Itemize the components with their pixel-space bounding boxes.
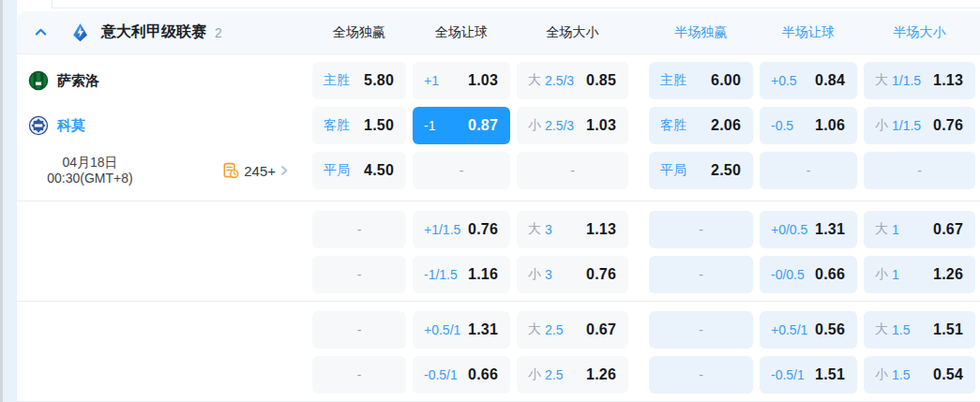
odds-cell[interactable]: 平局2.50 — [649, 152, 753, 189]
match-date: 04月18日 — [28, 155, 152, 171]
odds-label: 小1 — [875, 266, 899, 283]
empty-odds-dash: - — [570, 163, 575, 178]
ou-side-label: 大 — [875, 321, 888, 338]
odds-cell[interactable]: 大31.13 — [517, 211, 628, 248]
odds-value: 1.51 — [815, 366, 845, 383]
odds-group: 萨索洛 主胜5.80+11.03大2.5/30.85主胜6.00+0.50.84… — [17, 54, 980, 201]
scrollbar[interactable] — [0, 0, 3, 402]
odds-value: 0.76 — [933, 117, 963, 134]
odds-cell[interactable]: -0.5/11.51 — [760, 356, 857, 394]
odds-cell: - — [517, 152, 628, 189]
odds-cell[interactable]: +0.50.84 — [760, 62, 857, 99]
odds-label: 平局 — [660, 162, 686, 179]
odds-cell: - — [649, 211, 753, 248]
odds-cell[interactable]: 大10.67 — [864, 211, 975, 248]
match-count: 2 — [215, 25, 222, 40]
col-head-full-handicap: 全场让球 — [413, 11, 510, 53]
col-head-half-handicap[interactable]: 半场让球 — [760, 11, 857, 53]
odds-label: +0.5/1 — [424, 322, 460, 337]
odds-cell[interactable]: 主胜6.00 — [649, 62, 753, 99]
odds-cell[interactable]: +1/1.50.76 — [413, 211, 510, 248]
odds-cell[interactable]: 小1.50.54 — [864, 356, 975, 394]
odds-row: --0.5/10.66小2.51.26--0.5/11.51小1.50.54 — [17, 356, 980, 394]
left-gutter — [0, 0, 17, 402]
odds-cell: - — [312, 311, 406, 349]
odds-value: 0.84 — [815, 72, 845, 89]
odds-cell[interactable]: 小2.51.26 — [517, 356, 628, 394]
odds-cell[interactable]: 主胜5.80 — [312, 62, 406, 99]
odds-value: 0.66 — [815, 266, 845, 283]
empty-odds-dash: - — [357, 367, 362, 382]
odds-cell[interactable]: 小1/1.50.76 — [864, 107, 975, 144]
odds-cell[interactable]: +0.5/10.56 — [760, 311, 857, 349]
away-team-name[interactable]: 科莫 — [57, 117, 85, 135]
odds-label: 大1/1.5 — [875, 72, 921, 89]
odds-cell[interactable]: -0/0.50.66 — [760, 256, 857, 293]
chevron-up-icon[interactable] — [34, 25, 48, 39]
odds-label: -1/1.5 — [424, 267, 458, 282]
odds-value: 1.26 — [933, 266, 963, 283]
ou-side-label: 大 — [528, 72, 541, 89]
match-meta: 04月18日 00:30(GMT+8) 245+ — [17, 152, 312, 189]
empty-odds-dash: - — [357, 322, 362, 337]
odds-value: 1.31 — [815, 221, 845, 238]
odds-cell: - — [649, 311, 753, 349]
odds-cell[interactable]: -1/1.51.16 — [413, 256, 510, 293]
col-head-half-overunder[interactable]: 半场大小 — [864, 11, 975, 53]
col-head-half-win[interactable]: 半场独赢 — [649, 11, 753, 53]
odds-cell[interactable]: 客胜2.06 — [649, 107, 753, 144]
ou-line-value: 2.5/3 — [545, 73, 574, 88]
row-left-cell — [17, 211, 312, 248]
odds-cell[interactable]: 平局4.50 — [312, 152, 406, 189]
odds-label: 客胜 — [660, 117, 686, 134]
odds-row: 04月18日 00:30(GMT+8) 245+ 平局4.50--平局2.50-… — [17, 152, 980, 189]
league-logo-icon — [70, 22, 90, 42]
ou-line-value: 2.5 — [545, 367, 563, 382]
odds-label: -0.5/1 — [771, 367, 805, 382]
odds-cell[interactable]: -10.87 — [413, 107, 510, 144]
odds-cell[interactable]: 大1.51.51 — [864, 311, 975, 349]
odds-label: -0.5 — [771, 118, 793, 133]
odds-value: 0.66 — [468, 366, 498, 383]
odds-cell[interactable]: 大1/1.51.13 — [864, 62, 975, 99]
odds-value: 1.13 — [933, 72, 963, 89]
odds-cell[interactable]: +11.03 — [413, 62, 510, 99]
row-left-cell: 科莫 — [17, 107, 312, 144]
markets-count: 245+ — [244, 163, 276, 179]
previous-card-edge-vertical — [52, 0, 53, 7]
odds-cell[interactable]: -0.51.06 — [760, 107, 857, 144]
ou-line-value: 2.5 — [545, 322, 563, 337]
odds-cell[interactable]: +0.5/11.31 — [413, 311, 510, 349]
odds-cell[interactable]: 小11.26 — [864, 256, 975, 293]
odds-value: 0.76 — [468, 221, 498, 238]
odds-cell[interactable]: 小2.5/31.03 — [517, 107, 628, 144]
league-header: 意大利甲级联赛 2 全场独赢 全场让球 全场大小 半场独赢 半场让球 半场大小 — [17, 11, 980, 54]
odds-label: 小1.5 — [875, 366, 910, 383]
odds-cell: - — [312, 211, 406, 248]
home-team-name[interactable]: 萨索洛 — [57, 72, 99, 90]
odds-cell[interactable]: 客胜1.50 — [312, 107, 406, 144]
odds-row: -+1/1.50.76大31.13-+0/0.51.31大10.67 — [17, 211, 980, 248]
odds-cell[interactable]: 大2.5/30.85 — [517, 62, 628, 99]
empty-odds-dash: - — [357, 222, 362, 237]
odds-row: 萨索洛 主胜5.80+11.03大2.5/30.85主胜6.00+0.50.84… — [17, 62, 980, 99]
odds-cell[interactable]: -0.5/10.66 — [413, 356, 510, 394]
odds-value: 1.50 — [364, 117, 394, 134]
odds-value: 1.16 — [468, 266, 498, 283]
odds-cell[interactable]: 大2.50.67 — [517, 311, 628, 349]
league-title: 意大利甲级联赛 — [101, 22, 206, 42]
ou-side-label: 大 — [528, 221, 541, 238]
league-header-left: 意大利甲级联赛 2 — [17, 22, 312, 42]
odds-value: 1.06 — [815, 117, 845, 134]
odds-label: 小3 — [528, 266, 552, 283]
odds-board-page: 意大利甲级联赛 2 全场独赢 全场让球 全场大小 半场独赢 半场让球 半场大小 … — [0, 0, 980, 402]
away-team: 科莫 — [17, 115, 85, 136]
odds-grid: 萨索洛 主胜5.80+11.03大2.5/30.85主胜6.00+0.50.84… — [17, 54, 980, 401]
more-markets-link[interactable]: 245+ — [222, 162, 290, 179]
odds-value: 6.00 — [711, 72, 741, 89]
empty-odds-dash: - — [917, 163, 922, 178]
row-left-cell — [17, 311, 312, 349]
odds-cell[interactable]: 小30.76 — [517, 256, 628, 293]
empty-odds-dash: - — [699, 267, 703, 282]
odds-cell[interactable]: +0/0.51.31 — [760, 211, 857, 248]
